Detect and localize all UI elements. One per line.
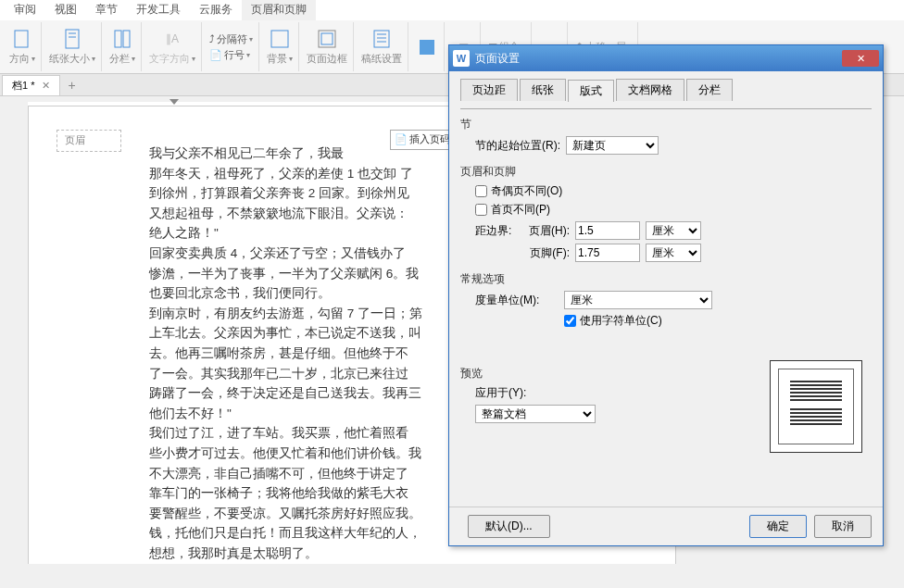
footer-dist-label: 页脚(F):: [523, 245, 570, 261]
hf-group-title: 页眉和页脚: [460, 164, 872, 180]
doc-line: 想想，我那时真是太聪明了。: [149, 544, 555, 564]
lineno-item[interactable]: 📄 行号▾: [209, 48, 253, 62]
ribbon-tab-2[interactable]: 章节: [86, 0, 127, 20]
bg-group[interactable]: 背景▾: [261, 22, 299, 71]
dlg-tab-2[interactable]: 版式: [568, 80, 614, 102]
ribbon-tab-0[interactable]: 审阅: [5, 0, 45, 20]
ribbon-tab-5[interactable]: 页眉和页脚: [242, 0, 316, 20]
svg-rect-4: [115, 31, 121, 47]
header-dist-input[interactable]: [575, 221, 640, 240]
close-icon[interactable]: ✕: [42, 80, 50, 92]
orient-group[interactable]: 方向▾: [4, 22, 42, 71]
footer-dist-input[interactable]: [575, 244, 640, 262]
pageborder-label: 页面边框: [307, 52, 347, 66]
odd-even-label: 奇偶页不同(O): [491, 183, 562, 199]
more-group1[interactable]: [410, 22, 445, 71]
draft-group[interactable]: 稿纸设置: [356, 22, 408, 71]
preview-box: [770, 360, 862, 453]
page-setup-dialog: W 页面设置 ✕ 页边距纸张版式文档网格分栏 节 节的起始位置(R): 新建页 …: [448, 44, 884, 546]
svg-rect-1: [66, 30, 79, 48]
pageborder-group[interactable]: 页面边框: [301, 22, 354, 71]
columns-icon: [111, 28, 133, 50]
dialog-title: 页面设置: [475, 51, 842, 67]
page-header-zone[interactable]: 页眉: [56, 130, 121, 152]
dialog-titlebar[interactable]: W 页面设置 ✕: [449, 45, 883, 71]
textdir-icon: ∥A: [161, 28, 183, 50]
cancel-button[interactable]: 取消: [814, 515, 872, 538]
ribbon-tab-3[interactable]: 开发工具: [127, 0, 190, 20]
separator-item[interactable]: ⤴ 分隔符▾: [209, 32, 253, 46]
doc-tab-label: 档1 *: [12, 79, 34, 93]
draft-icon: [370, 28, 393, 50]
svg-rect-6: [271, 31, 288, 47]
orient-icon: [11, 28, 33, 50]
close-button[interactable]: ✕: [842, 50, 879, 67]
svg-rect-9: [374, 31, 389, 47]
first-page-checkbox[interactable]: [475, 204, 487, 216]
header-unit-select[interactable]: 厘米: [646, 221, 701, 240]
add-tab-button[interactable]: +: [60, 78, 82, 93]
orient-label: 方向: [9, 52, 30, 66]
dlg-tab-4[interactable]: 分栏: [686, 79, 733, 101]
ribbon-tab-4[interactable]: 云服务: [190, 0, 242, 20]
section-start-label: 节的起始位置(R):: [475, 138, 560, 154]
bg-icon: [269, 28, 291, 50]
columns-group[interactable]: 分栏▾: [104, 22, 142, 71]
size-group[interactable]: 纸张大小▾: [44, 22, 102, 71]
selection-icon: [416, 36, 438, 58]
general-group-title: 常规选项: [460, 271, 872, 287]
svg-rect-8: [321, 33, 333, 44]
dlg-tab-1[interactable]: 纸张: [520, 79, 566, 101]
textdir-group[interactable]: ∥A 文字方向▾: [144, 22, 202, 71]
header-dist-label: 页眉(H):: [523, 223, 570, 239]
ribbon-tab-1[interactable]: 视图: [45, 0, 86, 20]
draft-label: 稿纸设置: [361, 52, 402, 66]
measure-unit-select[interactable]: 厘米: [564, 291, 712, 309]
first-page-label: 首页不同(P): [491, 202, 550, 218]
section-start-select[interactable]: 新建页: [566, 136, 659, 155]
measure-unit-label: 度量单位(M):: [475, 293, 559, 308]
odd-even-checkbox[interactable]: [475, 185, 487, 197]
footer-unit-select[interactable]: 厘米: [646, 244, 701, 262]
bg-label: 背景: [267, 52, 287, 66]
size-icon: [61, 28, 83, 50]
pageborder-icon: [316, 28, 338, 50]
margin-label: 距边界:: [475, 223, 518, 239]
dlg-tab-0[interactable]: 页边距: [460, 79, 518, 101]
ok-button[interactable]: 确定: [749, 515, 807, 538]
doc-line: 我说道，"爸爸，你走吧。" 他望车外看了看，说，"我买几个橘子去。你就在: [149, 563, 555, 564]
char-unit-checkbox[interactable]: [564, 315, 576, 327]
char-unit-label: 使用字符单位(C): [580, 313, 662, 329]
columns-label: 分栏: [109, 52, 130, 66]
size-label: 纸张大小: [49, 52, 90, 66]
svg-rect-0: [15, 31, 28, 47]
section-group-title: 节: [460, 117, 872, 132]
apply-to-label: 应用于(Y):: [475, 385, 540, 401]
apply-to-select[interactable]: 整篇文档: [475, 405, 596, 423]
dlg-tab-3[interactable]: 文档网格: [616, 79, 684, 101]
svg-rect-5: [123, 31, 130, 47]
app-icon: W: [453, 50, 470, 67]
doc-tab[interactable]: 档1 * ✕: [2, 75, 60, 95]
default-button[interactable]: 默认(D)...: [468, 515, 550, 538]
textdir-label: 文字方向: [149, 52, 190, 66]
svg-rect-13: [420, 40, 434, 55]
